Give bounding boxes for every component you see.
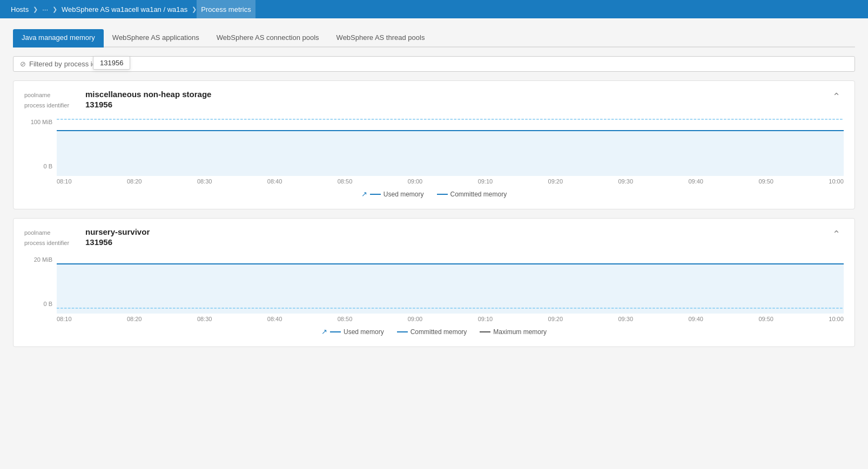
x-label-2-10: 09:50 <box>758 316 773 322</box>
collapse-button-2[interactable]: ⌃ <box>829 227 844 241</box>
main-content: Java managed memory WebSphere AS applica… <box>0 18 868 469</box>
x-label-1-9: 09:40 <box>688 178 703 185</box>
x-label-2-6: 09:10 <box>478 316 493 322</box>
svg-rect-0 <box>57 131 844 176</box>
breadcrumb-ellipsis[interactable]: ··· <box>38 0 52 18</box>
legend-maximum-label-2: Maximum memory <box>493 328 547 336</box>
breadcrumb-sep-1: ❯ <box>33 6 38 13</box>
x-label-2-8: 09:30 <box>618 316 634 322</box>
x-label-1-7: 09:20 <box>548 178 563 185</box>
card-miscellaneous: poolname miscellaneous non-heap storage … <box>13 80 855 209</box>
meta-row-poolname-2: poolname nursery-survivor <box>24 227 150 236</box>
card-meta-2: poolname nursery-survivor process identi… <box>24 227 150 248</box>
x-label-1-2: 08:30 <box>197 178 212 185</box>
x-label-2-3: 08:40 <box>267 316 282 322</box>
tab-websphere-applications[interactable]: WebSphere AS applications <box>104 29 208 47</box>
x-label-1-3: 08:40 <box>267 178 282 185</box>
pid-label-1: process identifier <box>24 102 81 108</box>
x-label-2-2: 08:30 <box>197 316 212 322</box>
collapse-button-1[interactable]: ⌃ <box>829 90 844 104</box>
chart-svg-2 <box>57 254 844 314</box>
y-label-100mib: 100 MiB <box>24 119 57 125</box>
breadcrumb-sep-2: ❯ <box>52 6 57 13</box>
filter-icon: ⊘ <box>20 60 26 68</box>
card-meta-1: poolname miscellaneous non-heap storage … <box>24 90 211 110</box>
breadcrumb-hosts[interactable]: Hosts <box>6 0 33 18</box>
meta-row-pid-2: process identifier 131956 <box>24 237 150 247</box>
filter-dropdown-option[interactable]: 131956 <box>93 56 130 70</box>
legend-used-1: ↗ Used memory <box>361 190 424 198</box>
legend-committed-label-2: Committed memory <box>411 328 467 336</box>
chart-area-1: 100 MiB 0 B 08:10 08:20 <box>24 117 844 198</box>
y-label-20mib: 20 MiB <box>24 256 57 263</box>
poolname-value-2: nursery-survivor <box>85 227 150 236</box>
card-header-1: poolname miscellaneous non-heap storage … <box>24 90 844 110</box>
x-label-1-10: 09:50 <box>758 178 773 185</box>
x-label-2-5: 09:00 <box>408 316 423 322</box>
tabs-bar: Java managed memory WebSphere AS applica… <box>13 29 855 47</box>
x-label-2-0: 08:10 <box>57 316 72 322</box>
filter-section: ⊘ Filtered by process identifier: 131956 <box>13 56 855 72</box>
meta-row-poolname-1: poolname miscellaneous non-heap storage <box>24 90 211 99</box>
legend-used-line-2 <box>330 331 341 332</box>
x-label-2-7: 09:20 <box>548 316 563 322</box>
legend-1: ↗ Used memory Committed memory <box>24 190 844 198</box>
x-label-1-1: 08:20 <box>127 178 142 185</box>
legend-committed-label-1: Committed memory <box>450 191 507 198</box>
tab-websphere-connection-pools[interactable]: WebSphere AS connection pools <box>208 29 328 47</box>
legend-used-2: ↗ Used memory <box>321 328 384 336</box>
legend-used-label-2: Used memory <box>344 328 384 336</box>
meta-row-pid-1: process identifier 131956 <box>24 100 211 109</box>
filter-bar[interactable]: ⊘ Filtered by process identifier: <box>13 56 855 72</box>
x-label-2-4: 08:50 <box>338 316 353 322</box>
poolname-label-1: poolname <box>24 92 81 98</box>
x-label-1-5: 09:00 <box>408 178 423 185</box>
legend-used-icon-2: ↗ <box>321 328 327 336</box>
legend-used-line-1 <box>370 194 381 195</box>
x-label-1-0: 08:10 <box>57 178 72 185</box>
legend-committed-2: Committed memory <box>397 328 467 336</box>
poolname-label-2: poolname <box>24 229 81 236</box>
x-label-1-11: 10:00 <box>829 178 844 185</box>
legend-committed-line-1 <box>437 194 448 195</box>
pid-label-2: process identifier <box>24 240 81 246</box>
tab-websphere-thread-pools[interactable]: WebSphere AS thread pools <box>328 29 434 47</box>
chart-area-2: 20 MiB 0 B 08:10 08:20 <box>24 254 844 336</box>
filter-input[interactable] <box>119 60 848 68</box>
breadcrumb-websphere[interactable]: WebSphere AS wa1acell wa1an / wa1as <box>57 0 192 18</box>
x-label-1-6: 09:10 <box>478 178 493 185</box>
x-label-1-8: 09:30 <box>618 178 634 185</box>
x-label-1-4: 08:50 <box>338 178 353 185</box>
chart-svg-1 <box>57 117 844 176</box>
breadcrumb-process-metrics[interactable]: Process metrics <box>197 0 255 18</box>
x-label-2-1: 08:20 <box>127 316 142 322</box>
filter-label: Filtered by <box>29 60 62 68</box>
legend-used-label-1: Used memory <box>383 191 424 198</box>
legend-committed-line-2 <box>397 331 408 332</box>
svg-rect-3 <box>57 264 844 314</box>
x-labels-2: 08:10 08:20 08:30 08:40 08:50 09:00 09:1… <box>57 316 844 322</box>
breadcrumb: Hosts ❯ ··· ❯ WebSphere AS wa1acell wa1a… <box>0 0 868 18</box>
y-label-0b-2: 0 B <box>24 301 57 307</box>
breadcrumb-sep-3: ❯ <box>192 6 197 13</box>
legend-maximum-2: Maximum memory <box>480 328 547 336</box>
legend-used-icon-1: ↗ <box>361 190 367 198</box>
x-label-2-9: 09:40 <box>688 316 703 322</box>
x-label-2-11: 10:00 <box>829 316 844 322</box>
legend-maximum-line-2 <box>480 331 490 332</box>
pid-value-1: 131956 <box>85 100 112 109</box>
y-label-0b-1: 0 B <box>24 163 57 169</box>
card-nursery-survivor: poolname nursery-survivor process identi… <box>13 218 855 347</box>
card-header-2: poolname nursery-survivor process identi… <box>24 227 844 248</box>
legend-2: ↗ Used memory Committed memory Maximum m… <box>24 328 844 336</box>
legend-committed-1: Committed memory <box>437 190 507 198</box>
poolname-value-1: miscellaneous non-heap storage <box>85 90 211 99</box>
tab-java-managed-memory[interactable]: Java managed memory <box>13 29 104 47</box>
pid-value-2: 131956 <box>85 237 112 247</box>
x-labels-1: 08:10 08:20 08:30 08:40 08:50 09:00 09:1… <box>57 178 844 185</box>
